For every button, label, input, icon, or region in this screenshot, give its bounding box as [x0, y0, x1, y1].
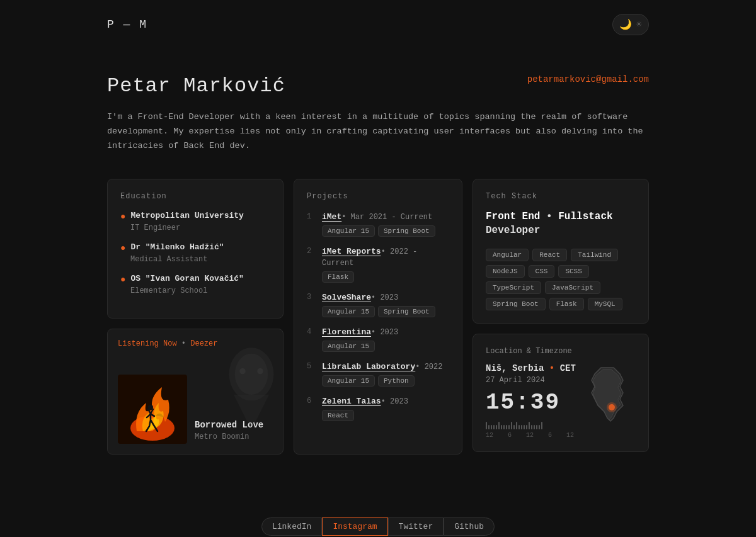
tech-tag-springboot: Spring Boot: [486, 298, 546, 310]
edu-name-3: ● OS "Ivan Goran Kovačić": [120, 274, 270, 285]
tech-tag-css: CSS: [529, 265, 555, 278]
footer-link-twitter[interactable]: Twitter: [388, 517, 444, 536]
tech-tag-typescript: TypeScript: [486, 281, 541, 294]
tick: [534, 425, 535, 429]
tick: [491, 425, 492, 429]
tick: [486, 422, 487, 429]
edu-role-3: Elementary School: [130, 286, 270, 295]
tech-subtitle-1: Front End • Fullstack: [486, 211, 636, 222]
tech-stack-card: Tech Stack Front End • Fullstack Develop…: [472, 179, 649, 324]
tech-subtitle-2: Developer: [486, 225, 636, 236]
tech-tag-flask: Flask: [549, 298, 584, 310]
project-content-5: LibraLab Laboratory• 2022 Angular 15 Pyt…: [322, 361, 442, 387]
tick: [493, 425, 495, 429]
bio-text: I'm a Front-End Developer with a keen in…: [107, 110, 649, 154]
music-artist: Metro Boomin: [195, 432, 263, 441]
left-column: Education ● Metropolitan University IT E…: [107, 179, 284, 455]
tag: Spring Boot: [378, 306, 435, 317]
tick: [524, 425, 525, 429]
tech-tag-nodejs: NodeJS: [486, 265, 525, 278]
svg-point-8: [607, 402, 617, 412]
edu-role-2: Medical Assistant: [130, 255, 270, 264]
timeline-label: 12: [526, 432, 534, 439]
timeline-ticks: [486, 422, 574, 429]
right-column: Tech Stack Front End • Fullstack Develop…: [472, 179, 649, 455]
footer-link-instagram[interactable]: Instagram: [322, 517, 387, 536]
edu-role-1: IT Engineer: [130, 223, 270, 232]
project-item-5: 5 LibraLab Laboratory• 2022 Angular 15 P…: [307, 361, 449, 387]
tech-tag-angular: Angular: [486, 249, 529, 261]
footer-links: LinkedIn Instagram Twitter Github: [0, 517, 756, 536]
project-date-6: • 2023: [381, 397, 408, 406]
location-time: 15:39: [486, 390, 574, 415]
light-mode-icon[interactable]: ☀️: [636, 18, 642, 31]
tick: [511, 422, 512, 429]
tick: [508, 425, 510, 429]
tech-tag-javascript: JavaScript: [545, 281, 600, 294]
tech-tag-tailwind: Tailwind: [571, 249, 618, 261]
tick: [521, 425, 522, 429]
theme-toggle[interactable]: 🌙 ☀️: [612, 14, 649, 35]
timeline-label: 6: [548, 432, 552, 439]
project-num-3: 3: [307, 293, 314, 302]
project-num-6: 6: [307, 397, 314, 405]
tech-tags-container: Angular React Tailwind NodeJS CSS SCSS T…: [486, 249, 636, 310]
project-item-2: 2 iMet Reports• 2022 - Current Flask: [307, 246, 449, 283]
tag: Angular 15: [322, 306, 375, 317]
person-name: Petar Marković: [107, 74, 285, 98]
project-item-1: 1 iMet• Mar 2021 - Current Angular 15 Sp…: [307, 211, 449, 237]
project-num-4: 4: [307, 327, 314, 336]
project-name-2[interactable]: iMet Reports: [322, 247, 381, 256]
project-item-4: 4 Florentina• 2023 Angular 15: [307, 326, 449, 352]
tick: [513, 425, 515, 429]
footer-link-github[interactable]: Github: [444, 517, 495, 536]
project-date-4: • 2023: [371, 328, 398, 337]
hero-section: Petar Marković petarmarkovic@gmail.com I…: [107, 74, 649, 154]
projects-card: Projects 1 iMet• Mar 2021 - Current Angu…: [294, 179, 462, 455]
tag: Spring Boot: [378, 225, 435, 237]
project-name-3[interactable]: SolveShare: [322, 293, 371, 302]
tick: [488, 425, 490, 429]
email-link[interactable]: petarmarkovic@gmail.com: [527, 74, 649, 84]
tech-tag-mysql: MySQL: [588, 298, 622, 310]
project-name-1[interactable]: iMet: [322, 212, 341, 222]
project-name-6[interactable]: Zeleni Talas: [322, 397, 381, 406]
tick: [516, 422, 517, 429]
svg-point-3: [257, 368, 263, 374]
tag: React: [322, 410, 354, 421]
location-card: Location & Timezone Niš, Serbia • CET 27…: [472, 334, 649, 452]
tick: [518, 425, 520, 429]
edu-dot-3: ●: [120, 274, 125, 285]
timeline-label: 12: [566, 432, 574, 439]
tick: [529, 422, 530, 429]
tech-tag-react: React: [532, 249, 567, 261]
timeline: 12 6 12 6 12: [486, 422, 574, 439]
project-content-4: Florentina• 2023 Angular 15: [322, 326, 398, 352]
tag: Angular 15: [322, 341, 375, 352]
project-tags-1: Angular 15 Spring Boot: [322, 225, 435, 237]
tick: [498, 422, 500, 429]
logo: P — M: [107, 18, 147, 31]
project-tags-3: Angular 15 Spring Boot: [322, 306, 435, 317]
tick: [526, 425, 527, 429]
project-item-6: 6 Zeleni Talas• 2023 React: [307, 395, 449, 421]
project-content-1: iMet• Mar 2021 - Current Angular 15 Spri…: [322, 211, 435, 237]
project-num-1: 1: [307, 212, 314, 221]
project-date-3: • 2023: [371, 293, 398, 302]
project-name-4[interactable]: Florentina: [322, 327, 371, 337]
music-card: Listening Now • Deezer: [107, 329, 284, 455]
footer: LinkedIn Instagram Twitter Github 2024 P…: [0, 480, 756, 537]
project-content-6: Zeleni Talas• 2023 React: [322, 395, 408, 421]
project-content-3: SolveShare• 2023 Angular 15 Spring Boot: [322, 291, 435, 317]
location-title: Location & Timezone: [486, 347, 636, 356]
tech-title: Tech Stack: [486, 192, 636, 201]
tag: Python: [378, 375, 415, 387]
projects-title: Projects: [307, 192, 449, 201]
dark-mode-icon[interactable]: 🌙: [619, 18, 632, 31]
footer-link-linkedin[interactable]: LinkedIn: [261, 517, 322, 536]
tag: Angular 15: [322, 375, 375, 387]
svg-point-6: [148, 405, 153, 410]
serbia-map: [579, 365, 636, 427]
project-name-5[interactable]: LibraLab Laboratory: [322, 362, 415, 371]
project-content-2: iMet Reports• 2022 - Current Flask: [322, 246, 449, 283]
